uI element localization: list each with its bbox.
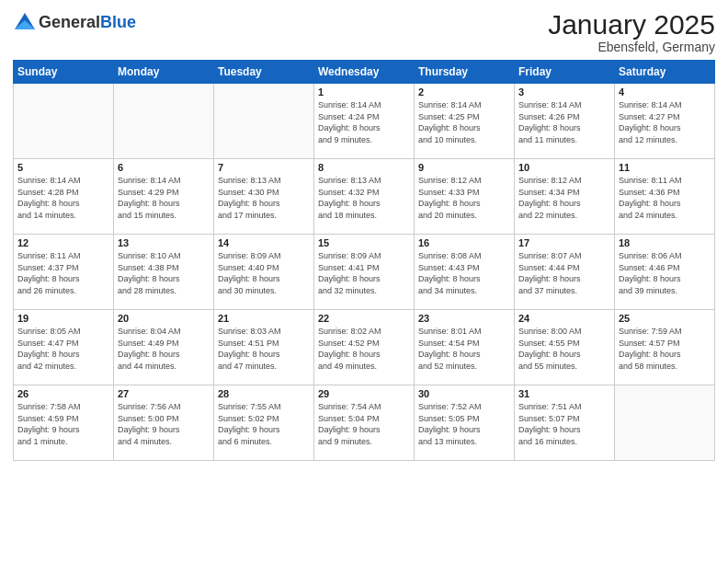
day-number: 6 — [118, 162, 210, 173]
cell-w0-d5: 3Sunrise: 8:14 AMSunset: 4:26 PMDaylight… — [515, 84, 615, 159]
cell-w0-d1 — [114, 84, 214, 159]
day-info: Sunrise: 8:09 AMSunset: 4:40 PMDaylight:… — [218, 250, 310, 296]
day-info: Sunrise: 8:07 AMSunset: 4:44 PMDaylight:… — [518, 250, 610, 296]
header-saturday: Saturday — [615, 61, 715, 84]
day-info: Sunrise: 8:10 AMSunset: 4:38 PMDaylight:… — [118, 250, 210, 296]
cell-w2-d4: 16Sunrise: 8:08 AMSunset: 4:43 PMDayligh… — [415, 235, 515, 310]
cell-w1-d6: 11Sunrise: 8:11 AMSunset: 4:36 PMDayligh… — [615, 159, 715, 235]
day-info: Sunrise: 7:54 AMSunset: 5:04 PMDaylight:… — [318, 401, 410, 447]
day-info: Sunrise: 8:12 AMSunset: 4:34 PMDaylight:… — [518, 175, 610, 221]
cell-w1-d0: 5Sunrise: 8:14 AMSunset: 4:28 PMDaylight… — [14, 159, 114, 235]
day-info: Sunrise: 8:00 AMSunset: 4:55 PMDaylight:… — [518, 326, 610, 372]
cell-w1-d2: 7Sunrise: 8:13 AMSunset: 4:30 PMDaylight… — [214, 159, 314, 235]
day-number: 30 — [418, 388, 510, 399]
day-info: Sunrise: 8:13 AMSunset: 4:32 PMDaylight:… — [318, 175, 410, 221]
day-info: Sunrise: 8:02 AMSunset: 4:52 PMDaylight:… — [318, 326, 410, 372]
week-row-2: 12Sunrise: 8:11 AMSunset: 4:37 PMDayligh… — [14, 235, 715, 310]
day-number: 24 — [518, 313, 610, 324]
day-number: 26 — [17, 388, 109, 399]
day-info: Sunrise: 8:04 AMSunset: 4:49 PMDaylight:… — [118, 326, 210, 372]
cell-w4-d5: 31Sunrise: 7:51 AMSunset: 5:07 PMDayligh… — [515, 385, 615, 461]
page: GeneralBlue January 2025 Ebensfeld, Germ… — [0, 0, 728, 563]
logo-general-text: General — [39, 13, 100, 31]
day-number: 18 — [619, 237, 711, 248]
cell-w0-d2 — [214, 84, 314, 159]
cell-w1-d3: 8Sunrise: 8:13 AMSunset: 4:32 PMDaylight… — [314, 159, 415, 235]
cell-w0-d4: 2Sunrise: 8:14 AMSunset: 4:25 PMDaylight… — [415, 84, 515, 159]
cell-w1-d5: 10Sunrise: 8:12 AMSunset: 4:34 PMDayligh… — [515, 159, 615, 235]
day-number: 19 — [17, 313, 109, 324]
day-info: Sunrise: 8:12 AMSunset: 4:33 PMDaylight:… — [418, 175, 510, 221]
day-number: 4 — [619, 86, 711, 98]
day-number: 7 — [218, 162, 310, 173]
day-number: 2 — [418, 86, 510, 98]
cell-w2-d1: 13Sunrise: 8:10 AMSunset: 4:38 PMDayligh… — [114, 235, 214, 310]
weekday-header-row: Sunday Monday Tuesday Wednesday Thursday… — [14, 61, 715, 84]
cell-w3-d5: 24Sunrise: 8:00 AMSunset: 4:55 PMDayligh… — [515, 310, 615, 385]
cell-w4-d6 — [615, 385, 715, 461]
cell-w0-d3: 1Sunrise: 8:14 AMSunset: 4:24 PMDaylight… — [314, 84, 415, 159]
day-number: 14 — [218, 237, 310, 248]
cell-w2-d3: 15Sunrise: 8:09 AMSunset: 4:41 PMDayligh… — [314, 235, 415, 310]
header-wednesday: Wednesday — [314, 61, 415, 84]
day-number: 28 — [218, 388, 310, 399]
header-tuesday: Tuesday — [214, 61, 314, 84]
day-info: Sunrise: 8:11 AMSunset: 4:36 PMDaylight:… — [619, 175, 711, 221]
day-info: Sunrise: 8:01 AMSunset: 4:54 PMDaylight:… — [418, 326, 510, 372]
logo: GeneralBlue — [13, 9, 136, 37]
day-info: Sunrise: 8:14 AMSunset: 4:24 PMDaylight:… — [318, 99, 410, 145]
header-monday: Monday — [114, 61, 214, 84]
day-info: Sunrise: 8:08 AMSunset: 4:43 PMDaylight:… — [418, 250, 510, 296]
day-info: Sunrise: 8:11 AMSunset: 4:37 PMDaylight:… — [17, 250, 109, 296]
day-info: Sunrise: 7:59 AMSunset: 4:57 PMDaylight:… — [619, 326, 711, 372]
day-info: Sunrise: 8:13 AMSunset: 4:30 PMDaylight:… — [218, 175, 310, 221]
cell-w2-d5: 17Sunrise: 8:07 AMSunset: 4:44 PMDayligh… — [515, 235, 615, 310]
day-number: 27 — [118, 388, 210, 399]
day-number: 5 — [17, 162, 109, 173]
cell-w0-d6: 4Sunrise: 8:14 AMSunset: 4:27 PMDaylight… — [615, 84, 715, 159]
day-number: 15 — [318, 237, 410, 248]
day-number: 23 — [418, 313, 510, 324]
header-thursday: Thursday — [415, 61, 515, 84]
cell-w1-d4: 9Sunrise: 8:12 AMSunset: 4:33 PMDaylight… — [415, 159, 515, 235]
day-number: 17 — [518, 237, 610, 248]
day-info: Sunrise: 8:03 AMSunset: 4:51 PMDaylight:… — [218, 326, 310, 372]
day-info: Sunrise: 7:55 AMSunset: 5:02 PMDaylight:… — [218, 401, 310, 447]
day-info: Sunrise: 8:14 AMSunset: 4:25 PMDaylight:… — [418, 99, 510, 145]
cell-w4-d0: 26Sunrise: 7:58 AMSunset: 4:59 PMDayligh… — [14, 385, 114, 461]
day-number: 21 — [218, 313, 310, 324]
cell-w4-d3: 29Sunrise: 7:54 AMSunset: 5:04 PMDayligh… — [314, 385, 415, 461]
day-number: 22 — [318, 313, 410, 324]
cell-w4-d1: 27Sunrise: 7:56 AMSunset: 5:00 PMDayligh… — [114, 385, 214, 461]
cell-w2-d0: 12Sunrise: 8:11 AMSunset: 4:37 PMDayligh… — [14, 235, 114, 310]
cell-w4-d4: 30Sunrise: 7:52 AMSunset: 5:05 PMDayligh… — [415, 385, 515, 461]
title-block: January 2025 Ebensfeld, Germany — [548, 9, 715, 54]
week-row-4: 26Sunrise: 7:58 AMSunset: 4:59 PMDayligh… — [14, 385, 715, 461]
cell-w2-d2: 14Sunrise: 8:09 AMSunset: 4:40 PMDayligh… — [214, 235, 314, 310]
day-number: 11 — [619, 162, 711, 173]
day-number: 10 — [518, 162, 610, 173]
day-info: Sunrise: 8:06 AMSunset: 4:46 PMDaylight:… — [619, 250, 711, 296]
cell-w4-d2: 28Sunrise: 7:55 AMSunset: 5:02 PMDayligh… — [214, 385, 314, 461]
week-row-0: 1Sunrise: 8:14 AMSunset: 4:24 PMDaylight… — [14, 84, 715, 159]
cell-w3-d0: 19Sunrise: 8:05 AMSunset: 4:47 PMDayligh… — [14, 310, 114, 385]
day-number: 20 — [118, 313, 210, 324]
calendar-table: Sunday Monday Tuesday Wednesday Thursday… — [13, 60, 715, 461]
day-number: 3 — [518, 86, 610, 98]
cell-w3-d1: 20Sunrise: 8:04 AMSunset: 4:49 PMDayligh… — [114, 310, 214, 385]
cell-w3-d3: 22Sunrise: 8:02 AMSunset: 4:52 PMDayligh… — [314, 310, 415, 385]
cell-w3-d4: 23Sunrise: 8:01 AMSunset: 4:54 PMDayligh… — [415, 310, 515, 385]
cell-w2-d6: 18Sunrise: 8:06 AMSunset: 4:46 PMDayligh… — [615, 235, 715, 310]
location: Ebensfeld, Germany — [548, 40, 715, 54]
header: GeneralBlue January 2025 Ebensfeld, Germ… — [13, 9, 715, 54]
day-info: Sunrise: 8:05 AMSunset: 4:47 PMDaylight:… — [17, 326, 109, 372]
day-info: Sunrise: 7:56 AMSunset: 5:00 PMDaylight:… — [118, 401, 210, 447]
cell-w0-d0 — [14, 84, 114, 159]
day-number: 31 — [518, 388, 610, 399]
month-title: January 2025 — [548, 9, 715, 40]
day-number: 16 — [418, 237, 510, 248]
cell-w1-d1: 6Sunrise: 8:14 AMSunset: 4:29 PMDaylight… — [114, 159, 214, 235]
header-friday: Friday — [515, 61, 615, 84]
logo-icon — [13, 9, 37, 33]
day-info: Sunrise: 8:14 AMSunset: 4:27 PMDaylight:… — [619, 99, 711, 145]
